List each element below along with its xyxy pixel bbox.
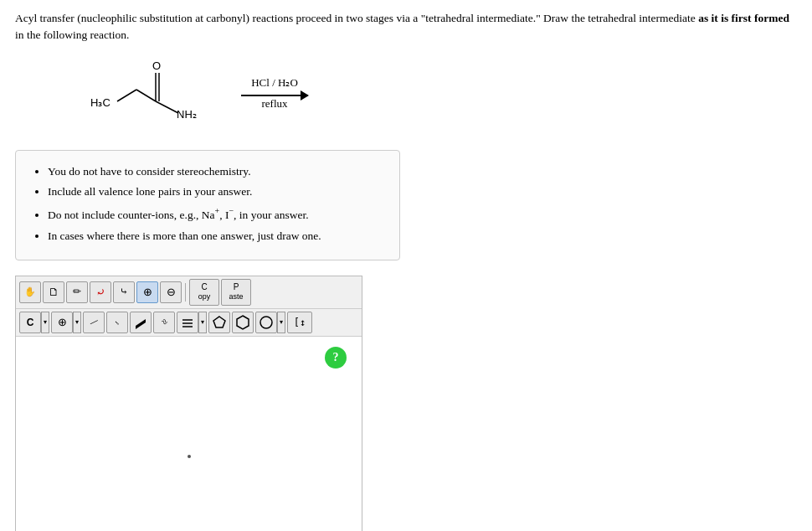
c-atom-group: C ▾ bbox=[19, 312, 49, 333]
arrow-line bbox=[241, 95, 308, 96]
info-item-4: In cases where there is more than one an… bbox=[48, 227, 384, 246]
erase-icon: ✏ bbox=[73, 286, 81, 298]
svg-marker-8 bbox=[136, 319, 146, 329]
copy-tool[interactable]: Copy bbox=[189, 279, 219, 306]
multi-bond-dropdown[interactable]: ▾ bbox=[198, 312, 207, 333]
svg-line-2 bbox=[136, 90, 156, 101]
page-container: Acyl transfer (nucleophilic substitution… bbox=[0, 0, 812, 531]
drawing-area: ✋ 🗋 ✏ ⤾ ⤷ ⊕ ⊖ Copy bbox=[15, 276, 362, 531]
single-bond-icon: / bbox=[88, 317, 100, 328]
ring-5-icon bbox=[212, 315, 227, 330]
lasso-icon: ⤾ bbox=[96, 286, 105, 299]
zoom-in-tool[interactable]: ⊕ bbox=[136, 281, 158, 303]
toolbar-row2: C ▾ ⊕ ▾ / ··· bbox=[16, 309, 362, 337]
question-text-part1: Acyl transfer (nucleophilic substitution… bbox=[15, 12, 696, 24]
other-ring-icon bbox=[259, 315, 274, 330]
add-atom-icon: ⊕ bbox=[58, 316, 67, 329]
multi-bond-tool[interactable] bbox=[177, 312, 198, 333]
help-button[interactable]: ? bbox=[325, 347, 347, 369]
hand-icon: ✋ bbox=[24, 286, 36, 297]
svg-line-6 bbox=[156, 101, 178, 113]
question-text-bold: as it is first formed bbox=[698, 12, 789, 24]
info-list: You do not have to consider stereochemis… bbox=[31, 162, 384, 246]
erase-tool[interactable]: ✏ bbox=[66, 281, 88, 303]
separator-1 bbox=[185, 283, 186, 302]
help-icon: ? bbox=[333, 351, 339, 364]
add-atom-tool[interactable]: ⊕ bbox=[51, 312, 73, 333]
question-text-part2: in the following reaction. bbox=[15, 28, 129, 41]
question-text: Acyl transfer (nucleophilic substitution… bbox=[15, 10, 797, 44]
canvas-dot bbox=[188, 455, 191, 458]
canvas-area[interactable]: ? bbox=[16, 337, 362, 531]
svg-line-1 bbox=[117, 90, 136, 101]
zoom-in-icon: ⊕ bbox=[143, 286, 152, 299]
ring-6-icon bbox=[235, 315, 250, 330]
c-atom-dropdown[interactable]: ▾ bbox=[41, 312, 49, 333]
other-ring-group: ▾ bbox=[255, 312, 285, 333]
add-atom-group: ⊕ ▾ bbox=[51, 312, 81, 333]
lasso-tool[interactable]: ⤾ bbox=[90, 281, 111, 303]
svg-text:NH₂: NH₂ bbox=[177, 108, 197, 121]
molecule-structure: H₃C O NH₂ bbox=[65, 58, 233, 133]
other-ring-tool[interactable] bbox=[255, 312, 277, 333]
zoom-out-icon: ⊖ bbox=[167, 286, 176, 299]
add-atom-dropdown[interactable]: ▾ bbox=[73, 312, 81, 333]
info-item-1: You do not have to consider stereochemis… bbox=[48, 162, 384, 182]
hand-tool[interactable]: ✋ bbox=[19, 281, 41, 303]
copy-icon: Copy bbox=[198, 282, 211, 302]
svg-marker-12 bbox=[213, 317, 225, 327]
other-ring-dropdown[interactable]: ▾ bbox=[277, 312, 285, 333]
reaction-conditions-top: HCl / H₂O bbox=[251, 75, 298, 90]
zoom-out-tool[interactable]: ⊖ bbox=[160, 281, 182, 303]
template-tool[interactable]: 🗋 bbox=[43, 281, 64, 303]
c-atom-label: C bbox=[27, 317, 34, 328]
dash-bond-icon: ··· bbox=[112, 317, 122, 327]
reaction-arrow: HCl / H₂O reflux bbox=[241, 75, 308, 114]
search-tool[interactable]: ⤷ bbox=[113, 281, 135, 303]
bold-bond-icon bbox=[134, 316, 147, 329]
info-item-2: Include all valence lone pairs in your a… bbox=[48, 183, 384, 202]
search-icon: ⤷ bbox=[120, 286, 128, 298]
bold-bond-tool[interactable] bbox=[130, 312, 152, 333]
multi-bond-icon bbox=[181, 316, 194, 329]
wavy-bond-tool[interactable]: ≈ bbox=[153, 312, 175, 333]
svg-text:H₃C: H₃C bbox=[90, 96, 110, 109]
paste-icon: Paste bbox=[229, 282, 243, 302]
template-icon: 🗋 bbox=[49, 286, 59, 299]
info-box: You do not have to consider stereochemis… bbox=[15, 150, 400, 260]
info-item-3: Do not include counter-ions, e.g., Na+, … bbox=[48, 204, 384, 224]
bracket-tool[interactable]: [↕ bbox=[287, 312, 312, 333]
toolbar-row1: ✋ 🗋 ✏ ⤾ ⤷ ⊕ ⊖ Copy bbox=[16, 276, 362, 309]
single-bond-tool[interactable]: / bbox=[83, 312, 105, 333]
paste-tool[interactable]: Paste bbox=[221, 279, 251, 306]
c-atom-tool[interactable]: C bbox=[19, 312, 41, 333]
multi-bond-group: ▾ bbox=[177, 312, 207, 333]
svg-text:O: O bbox=[152, 59, 161, 72]
ring-5-tool[interactable] bbox=[208, 312, 230, 333]
svg-point-14 bbox=[260, 317, 272, 328]
bracket-icon: [↕ bbox=[294, 317, 306, 328]
wavy-bond-icon: ≈ bbox=[157, 316, 170, 328]
reaction-conditions-bottom: reflux bbox=[261, 96, 287, 111]
reaction-diagram: H₃C O NH₂ HCl / H₂O reflux bbox=[65, 58, 797, 133]
svg-marker-13 bbox=[237, 316, 249, 329]
dash-bond-tool[interactable]: ··· bbox=[106, 312, 128, 333]
ring-6-tool[interactable] bbox=[232, 312, 254, 333]
